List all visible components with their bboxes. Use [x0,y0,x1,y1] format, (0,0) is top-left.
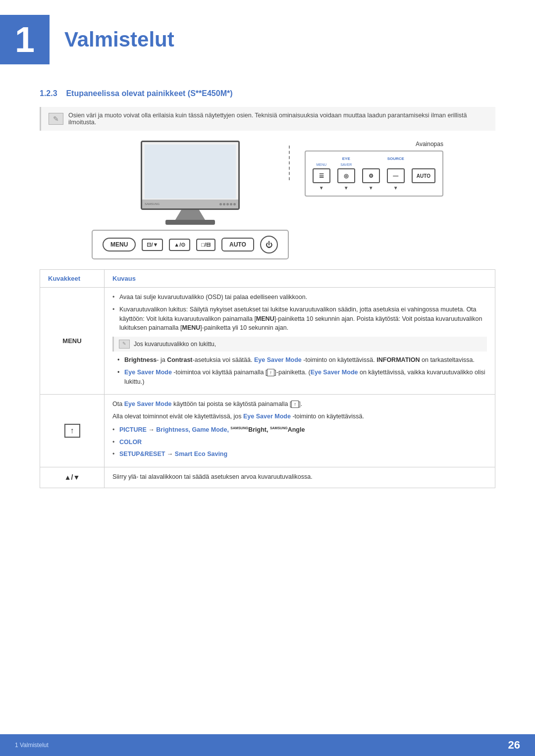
key-settings-label [371,163,372,166]
chapter-header: 1 Valmistelut [0,0,535,74]
key-settings-box: ⚙ [362,168,380,183]
key-source-top: SOURCE [387,156,404,161]
key-menu: MENU ☰ ▼ [313,156,330,191]
note-icon [49,113,63,125]
monitor-dot [226,203,229,205]
key-auto-box: AUTO [412,168,435,183]
description-cell-arrows: Siirry ylä- tai alavalikkoon tai säädä a… [105,467,495,488]
menu-desc-1: Avaa tai sulje kuvaruutuvalikko (OSD) ta… [112,293,487,302]
key-menu-box: ☰ [313,168,330,183]
icon-cell-arrows: ▲/▼ [40,467,105,488]
key-eye-saver: EYE SAVER ◎ ▼ [337,156,355,191]
monitor-screen: SAMSUNG [141,141,240,210]
monitor-dot [219,203,222,205]
key-menu-label: MENU [316,163,326,166]
key-eye-label-top: EYE [342,156,350,161]
key-source: SOURCE — ▼ [387,156,405,191]
source-button[interactable]: □/⊟ [196,239,215,251]
sub-desc-1: Brightness- ja Contrast-asetuksia voi sä… [117,355,487,365]
bottom-button-row: MENU ⊡/▼ ▲/⊙ □/⊟ AUTO ⏻ [92,230,289,259]
key-eye-box: ◎ [337,168,355,183]
eyesaver-desc-1: Ota Eye Saver Mode käyttöön tai poista s… [112,400,487,409]
monitor-dots [219,203,236,205]
diagram-area: SAMSUNG MENU ⊡/▼ ▲/⊙ □/⊟ AUT [40,141,495,259]
sub-note-box: ✎ Jos kuvaruutuvalikko on lukittu, [112,337,487,352]
main-table: Kuvakkeet Kuvaus MENU Avaa tai sulje kuv… [40,269,495,488]
icon-cell-menu: MENU [40,288,105,395]
monitor-dot [233,203,236,205]
section-id: 1.2.3 [40,89,57,98]
connector [289,146,290,180]
icon-cell-eyesaver: ↑ [40,395,105,467]
description-cell-eyesaver: Ota Eye Saver Mode käyttöön tai poista s… [105,395,495,467]
monitor-dot [223,203,225,205]
monitor-bottom-bar: SAMSUNG [142,200,238,208]
picture-button[interactable]: ⊡/▼ [142,239,163,251]
key-menu-top [321,156,322,161]
footer-page-number: 26 [508,739,520,752]
monitor-dot [230,203,232,205]
sub-note-text: Jos kuvaruutuvalikko on lukittu, [134,340,216,349]
key-settings-arrow: ▼ [369,185,374,191]
key-eye-arrow: ▼ [344,185,349,191]
note-text: Osien väri ja muoto voivat olla erilaisi… [68,112,488,126]
key-guide-label: Avainopas [305,141,443,148]
chapter-number: 1 [0,15,50,64]
key-auto-arrow [423,185,424,191]
table-row: ▲/▼ Siirry ylä- tai alavalikkoon tai sää… [40,467,495,488]
description-cell-menu: Avaa tai sulje kuvaruutuvalikko (OSD) ta… [105,288,495,395]
table-col1: Kuvakkeet [40,270,105,288]
footer-section-label: 1 Valmistelut [15,742,49,749]
monitor-base [165,220,215,225]
eyesaver-desc-2: Alla olevat toiminnot eivät ole käytettä… [112,412,487,421]
section-heading: 1.2.3 Etupaneelissa olevat painikkeet (S… [40,89,495,98]
key-source-box: — [387,168,405,183]
brightness-button[interactable]: ▲/⊙ [169,239,190,251]
key-guide-panel: Avainopas MENU ☰ ▼ EYE SAVER ◎ ▼ [305,141,443,197]
menu-desc-2: Kuvaruutuvalikon lukitus: Säilytä nykyis… [112,305,487,333]
sub-note-icon: ✎ [119,340,130,349]
eyesaver-item-3: SETUP&RESET → Smart Eco Saving [112,450,487,459]
arrows-desc: Siirry ylä- tai alavalikkoon tai säädä a… [112,473,313,480]
key-auto-top [423,156,424,161]
monitor-illustration: SAMSUNG MENU ⊡/▼ ▲/⊙ □/⊟ AUT [92,141,289,259]
page-footer: 1 Valmistelut 26 [0,734,535,756]
menu-bullet-list: Avaa tai sulje kuvaruutuvalikko (OSD) ta… [112,293,487,333]
key-auto: AUTO [412,156,435,191]
power-button[interactable]: ⏻ [260,236,278,253]
table-row: ↑ Ota Eye Saver Mode käyttöön tai poista… [40,395,495,467]
key-settings-top [371,156,372,161]
monitor-stand [175,210,205,220]
sub-desc-2: Eye Saver Mode -toimintoa voi käyttää pa… [117,368,487,387]
eyesaver-bullet-list: PICTURE → Brightness, Game Mode, SAMSUNG… [112,425,487,459]
table-row: MENU Avaa tai sulje kuvaruutuvalikko (OS… [40,288,495,395]
eyesaver-item-1: PICTURE → Brightness, Game Mode, SAMSUNG… [112,425,487,435]
section-title: Etupaneelissa olevat painikkeet (S**E450… [66,89,232,98]
auto-button[interactable]: AUTO [221,238,254,252]
key-eye-label-bottom: SAVER [340,163,352,166]
menu-button[interactable]: MENU [103,238,136,252]
sub-bullet-list: Brightness- ja Contrast-asetuksia voi sä… [117,355,487,386]
key-menu-arrow: ▼ [319,185,324,191]
key-settings: ⚙ ▼ [362,156,380,191]
monitor-screen-inner [145,145,236,199]
page-content: 1.2.3 Etupaneelissa olevat painikkeet (S… [0,74,535,508]
note-box: Osien väri ja muoto voivat olla erilaisi… [40,107,495,131]
connector-line [289,146,290,180]
chapter-title: Valmistelut [59,28,174,51]
key-guide-box: MENU ☰ ▼ EYE SAVER ◎ ▼ ⚙ ▼ [305,151,443,197]
eyesaver-item-2: COLOR [112,438,487,447]
key-source-label [395,163,396,166]
key-source-arrow: ▼ [393,185,398,191]
table-col2: Kuvaus [105,270,495,288]
key-auto-label [423,163,424,166]
